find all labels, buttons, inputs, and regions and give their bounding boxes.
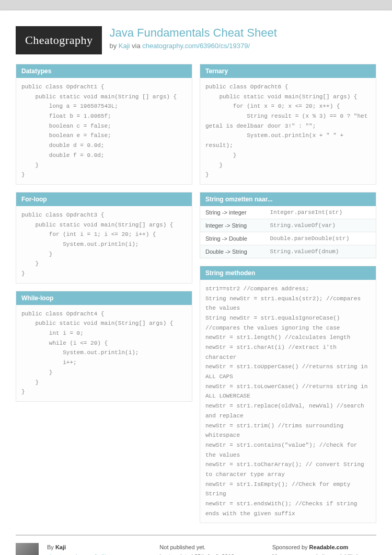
table-row: Integer -> StringString.valueOf(var) bbox=[200, 219, 376, 232]
footer: By Kaji cheatography.com/kaji/ Not publi… bbox=[16, 535, 376, 555]
block-ternary: Ternary public class Opdracht6 { public … bbox=[200, 64, 376, 185]
cell-right: String.valueOf(var) bbox=[264, 219, 376, 232]
avatar bbox=[16, 543, 39, 555]
via-label: via bbox=[130, 42, 142, 50]
left-column: Datatypes public class Opdracht1 { publi… bbox=[16, 64, 192, 523]
code-content: str1==str2 //compares address; String ne… bbox=[200, 280, 376, 523]
block-header: For-loop bbox=[16, 192, 192, 206]
cell-right: Integer.parseInt(str) bbox=[264, 206, 376, 219]
pub-status: Not published yet. bbox=[159, 543, 263, 552]
byline: by Kaji via cheatography.com/63960/cs/19… bbox=[109, 42, 276, 50]
cell-left: String -> integer bbox=[200, 206, 264, 219]
block-header: Datatypes bbox=[16, 64, 192, 78]
by-label: By bbox=[47, 544, 55, 550]
site-logo: Cheatography bbox=[16, 26, 102, 54]
cell-right: String.valueOf(dnum) bbox=[264, 245, 376, 258]
author-link[interactable]: Kaji bbox=[119, 42, 130, 50]
cell-left: String -> Double bbox=[200, 232, 264, 245]
cell-right: Double.parseDouble(str) bbox=[264, 232, 376, 245]
right-column: Ternary public class Opdracht6 { public … bbox=[200, 64, 376, 523]
cell-left: Integer -> String bbox=[200, 219, 264, 232]
code-content: public class Opdracht6 { public static v… bbox=[200, 78, 376, 184]
footer-meta: Not published yet. Last updated 25th Apr… bbox=[159, 543, 263, 555]
sponsor-name: Readable.com bbox=[309, 544, 349, 550]
conversion-table: String -> integerInteger.parseInt(str) I… bbox=[200, 206, 376, 258]
table-row: String -> integerInteger.parseInt(str) bbox=[200, 206, 376, 219]
block-header: String methoden bbox=[200, 266, 376, 280]
block-string-methoden: String methoden str1==str2 //compares ad… bbox=[200, 266, 376, 524]
header: Cheatography Java Fundamentals Cheat She… bbox=[16, 26, 376, 54]
cheatsheet-page: Cheatography Java Fundamentals Cheat She… bbox=[0, 10, 392, 555]
footer-author: By Kaji cheatography.com/kaji/ bbox=[47, 543, 151, 555]
sponsor-label: Sponsored by bbox=[272, 544, 309, 550]
block-datatypes: Datatypes public class Opdracht1 { publi… bbox=[16, 64, 192, 185]
sponsor-tagline: Measure your website readability! bbox=[272, 552, 376, 555]
footer-author-name: Kaji bbox=[55, 544, 66, 550]
block-whileloop: While-loop public class Opdracht4 { publ… bbox=[16, 291, 192, 402]
block-string-omzetten: String omzetten naar... String -> intege… bbox=[200, 192, 376, 258]
block-forloop: For-loop public class Opdracht3 { public… bbox=[16, 192, 192, 284]
header-text: Java Fundamentals Cheat Sheet by Kaji vi… bbox=[109, 26, 276, 50]
table-row: String -> DoubleDouble.parseDouble(str) bbox=[200, 232, 376, 245]
code-content: public class Opdracht1 { public static v… bbox=[16, 78, 192, 184]
table-row: Double -> StringString.valueOf(dnum) bbox=[200, 245, 376, 258]
cell-left: Double -> String bbox=[200, 245, 264, 258]
block-header: String omzetten naar... bbox=[200, 192, 376, 206]
footer-sponsor: Sponsored by Readable.com Measure your w… bbox=[272, 543, 376, 555]
code-content: public class Opdracht3 { public static v… bbox=[16, 206, 192, 283]
source-link[interactable]: cheatography.com/63960/cs/19379/ bbox=[142, 42, 250, 50]
last-updated: Last updated 25th April, 2019. bbox=[159, 552, 263, 555]
columns: Datatypes public class Opdracht1 { publi… bbox=[16, 64, 376, 523]
code-content: public class Opdracht4 { public static v… bbox=[16, 305, 192, 401]
page-title: Java Fundamentals Cheat Sheet bbox=[109, 26, 276, 40]
by-label: by bbox=[109, 42, 118, 50]
block-header: While-loop bbox=[16, 291, 192, 305]
block-header: Ternary bbox=[200, 64, 376, 78]
